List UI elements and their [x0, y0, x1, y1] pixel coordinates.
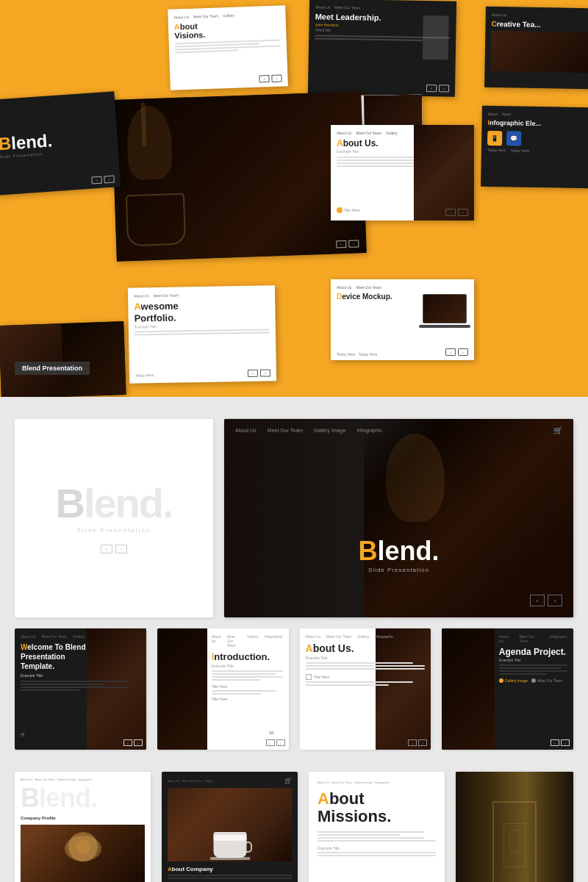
prev-arrow[interactable]: ‹	[248, 370, 258, 377]
infographic-card[interactable]: About Team Infographic Ele... 📱 💬 Today …	[481, 106, 588, 189]
intro-nav-arrows: ‹ ›	[266, 739, 285, 746]
bottom-section: About UsMeet Our TeamGallery ImageInfogr…	[0, 772, 588, 882]
prev-small[interactable]: ‹	[408, 739, 417, 746]
intro-title: Introduction.	[212, 651, 283, 663]
next-arrow[interactable]: ›	[348, 240, 359, 247]
top-collage-section: About Us Meet Our Team Gallery AboutVisi…	[0, 0, 588, 397]
prev-arrow[interactable]: ‹	[336, 240, 346, 248]
corridor-image	[456, 772, 573, 882]
about-nav-arrows: ‹ ›	[408, 739, 427, 746]
prev-small[interactable]: ‹	[266, 739, 275, 746]
next-arrow[interactable]: ›	[104, 176, 115, 184]
agenda-nav-arrows: ‹ ›	[551, 739, 570, 746]
blend-large-text: Blend.	[55, 483, 172, 524]
nav-meet-team[interactable]: Meet Our Team	[268, 428, 303, 433]
next-small[interactable]: ›	[561, 739, 570, 746]
card-overlay	[224, 419, 573, 617]
main-cards-row: Blend. Slide Presentation ‹ › About Us M…	[15, 419, 573, 617]
blend-logo-card[interactable]: Blend. Slide Presentation ‹ ›	[15, 419, 213, 617]
blend-presentation-label: Blend Presentation	[15, 362, 90, 375]
middle-section: Blend. Slide Presentation ‹ › About Us M…	[0, 397, 588, 772]
intro-nav: About Us Meet Our Team Gallery Infograph…	[212, 634, 283, 648]
about-missions-title: AboutMissions.	[318, 790, 436, 825]
welcome-card-title: Welcome To BlendPresentationTemplate.	[21, 642, 140, 671]
about-card-nav: About Us Meet Our Team Gallery Infograph…	[306, 634, 426, 639]
card-nav-bar: About Us Meet Our Team Gallery Image Inf…	[235, 428, 382, 433]
blend-hero-card[interactable]: About Us Meet Our Team Gallery Image Inf…	[224, 419, 573, 617]
next-arrow[interactable]: ›	[458, 209, 468, 216]
prev-arrow[interactable]: ‹	[426, 85, 437, 92]
prev-small[interactable]: ‹	[551, 739, 559, 746]
next-small[interactable]: ›	[134, 739, 143, 746]
hero-next-arrow[interactable]: ›	[548, 595, 562, 606]
bottom-cards-row: About Us Meet Our Team Gallery Welcome T…	[15, 628, 573, 750]
prev-arrow[interactable]: ‹	[259, 75, 269, 82]
introduction-card[interactable]: About Us Meet Our Team Gallery Infograph…	[157, 628, 289, 750]
slide-presentation-sub: Slide Presentation	[77, 527, 151, 534]
nav-infographic[interactable]: Infographic	[357, 428, 383, 433]
small-photos-card[interactable]	[0, 321, 126, 397]
cart-icon[interactable]: 🛒	[553, 426, 562, 434]
hero-nav-arrows: ‹ ›	[530, 595, 562, 606]
company-profile-card[interactable]: About UsMeet Our TeamGallery ImageInfogr…	[15, 772, 151, 882]
meet-leadership-card[interactable]: About Us Meet Our Team Meet Leadership. …	[308, 0, 456, 97]
next-arrow[interactable]: ›	[260, 369, 270, 376]
nav-gallery[interactable]: Gallery Image	[314, 428, 346, 433]
blend-sub-text: Slide Presentation	[358, 567, 439, 573]
hero-prev-arrow[interactable]: ‹	[530, 595, 545, 606]
portfolio-card[interactable]: About Us Meet Our Team AwesomePortfolio.…	[128, 285, 276, 383]
prev-arrow[interactable]: ‹	[445, 348, 456, 356]
coffee-cup-image	[168, 788, 292, 861]
about-company-card[interactable]: About UsMeet Our TeamGallery 🛒 About Com…	[162, 772, 298, 882]
about-missions-card[interactable]: About UsMeet Our TeamGallery ImageInfogr…	[309, 772, 445, 882]
device-mockup-card[interactable]: About Us Meet Our Team Device Mockup. To…	[331, 279, 474, 360]
next-arrow[interactable]: ›	[458, 348, 468, 356]
latte-art-image	[21, 825, 145, 882]
blend-brand-card[interactable]: Blend. Slide Presentation ‹ ›	[0, 91, 121, 196]
agenda-title: Agenda Project.	[499, 647, 567, 657]
prev-arrow[interactable]: ‹	[91, 176, 102, 184]
blend-hero-title: Blend. Slide Presentation	[358, 536, 439, 573]
about-company-title: About Company	[168, 866, 292, 872]
main-coffee-card[interactable]: ‹ ›	[111, 91, 366, 262]
cart-about: 🛒	[284, 778, 292, 784]
cart-welcome: 🛒	[21, 732, 25, 736]
about-us-right-card[interactable]: About Us Meet Our Team Gallery About Us.…	[331, 125, 474, 220]
next-small[interactable]: ›	[418, 739, 427, 746]
nav-about-us[interactable]: About Us	[235, 428, 257, 433]
welcome-card-nav: About Us Meet Our Team Gallery	[21, 634, 140, 639]
about-visions-card[interactable]: About Us Meet Our Team Gallery AboutVisi…	[168, 5, 288, 90]
prev-arrow[interactable]: ‹	[445, 209, 456, 216]
company-profile-label: Company Profile	[21, 816, 145, 820]
about-us-title: About Us.	[306, 642, 426, 655]
welcome-example: Example Title	[21, 673, 140, 678]
creative-team-card[interactable]: About Us Creative Tea...	[484, 7, 588, 90]
bottom-cards-row: About UsMeet Our TeamGallery ImageInfogr…	[15, 772, 573, 882]
agenda-card-nav: About Us Meet Our Team Infographic	[499, 634, 567, 643]
welcome-nav-arrows: ‹ ›	[123, 739, 143, 746]
welcome-dark-card[interactable]: About Us Meet Our Team Gallery Welcome T…	[15, 628, 146, 750]
about-us-card[interactable]: About Us Meet Our Team Gallery Infograph…	[300, 628, 431, 750]
next-arrow[interactable]: ›	[271, 74, 282, 82]
next-arrow[interactable]: ›	[439, 85, 449, 92]
prev-arrow-white[interactable]: ‹	[101, 545, 112, 553]
corridor-card[interactable]	[456, 772, 573, 882]
agenda-card[interactable]: About Us Meet Our Team Infographic Agend…	[442, 628, 573, 750]
next-small[interactable]: ›	[276, 739, 285, 746]
blend-faded-text: Blend.	[21, 785, 145, 811]
next-arrow-white[interactable]: ›	[115, 545, 127, 553]
prev-small[interactable]: ‹	[123, 739, 132, 746]
